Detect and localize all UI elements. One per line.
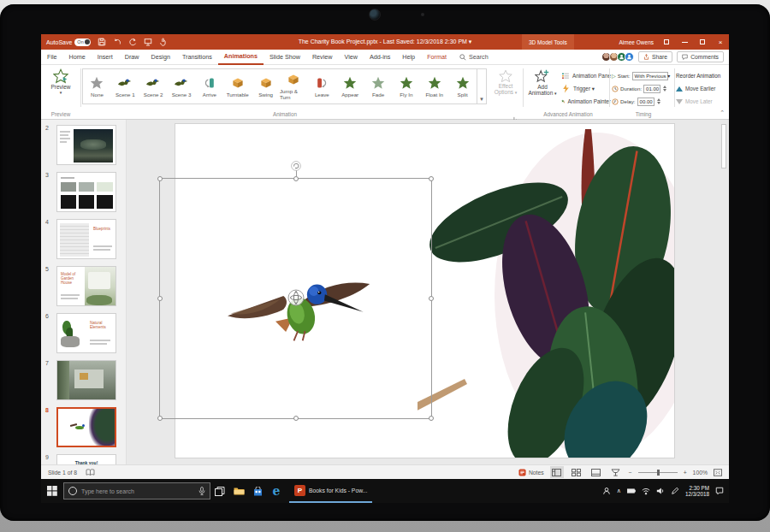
animation-float-in[interactable]: Float In: [420, 69, 448, 103]
animation-pane-button[interactable]: Animation Pane: [561, 70, 611, 81]
vertical-scrollbar[interactable]: [721, 124, 726, 458]
start-setting[interactable]: ▷Start: With Previous ▾: [612, 70, 675, 81]
animation-fade[interactable]: Fade: [364, 69, 393, 103]
reading-view-button[interactable]: [589, 466, 603, 478]
scrollbar-thumb[interactable]: [721, 124, 726, 168]
animation-swing[interactable]: Swing: [252, 69, 280, 103]
duration-setting[interactable]: Duration: 01.00: [612, 83, 675, 94]
animation-split[interactable]: Split: [448, 69, 477, 103]
duration-input[interactable]: 01.00: [643, 85, 660, 93]
thumbnail-preview[interactable]: Thank you!: [56, 454, 116, 464]
tab-help[interactable]: Help: [396, 50, 421, 65]
comments-button[interactable]: Comments: [677, 51, 724, 62]
collaborator-avatars[interactable]: [603, 52, 634, 62]
thumbnail-preview[interactable]: Natural Elements: [56, 313, 116, 353]
animation-painter-button[interactable]: Animation Painter: [561, 96, 611, 107]
animation-jump-turn[interactable]: Jump & Turn: [280, 69, 308, 103]
zoom-in-button[interactable]: +: [684, 470, 687, 476]
resize-handle[interactable]: [429, 416, 434, 421]
animation-arrive[interactable]: Arrive: [195, 69, 223, 103]
share-button[interactable]: Share: [638, 51, 672, 62]
collapse-ribbon-icon[interactable]: ⌃: [720, 109, 725, 116]
animation-dialog-launcher-icon[interactable]: [513, 110, 519, 116]
move-later-button[interactable]: Move Later: [676, 96, 727, 107]
edge-browser-icon[interactable]: e: [267, 479, 286, 503]
preview-button[interactable]: Preview ▾: [46, 68, 75, 95]
minimize-button[interactable]: [679, 37, 690, 47]
delay-input[interactable]: 00.00: [637, 98, 654, 106]
animation-none[interactable]: None: [83, 69, 111, 103]
slide-sorter-view-button[interactable]: [570, 466, 583, 478]
effect-options-button[interactable]: Effect Options ▾: [489, 69, 522, 96]
hidden-icons-chevron[interactable]: ∧: [617, 488, 621, 494]
animation-leave[interactable]: Leave: [308, 69, 336, 103]
avatar[interactable]: [625, 52, 634, 62]
start-button[interactable]: [41, 479, 63, 503]
tab-add-ins[interactable]: Add-ins: [364, 50, 396, 65]
action-center-icon[interactable]: [715, 487, 724, 495]
close-button[interactable]: ×: [715, 37, 726, 47]
touch-mouse-mode-icon[interactable]: [158, 38, 168, 47]
thumbnail-preview[interactable]: [56, 360, 116, 400]
thumbnail-preview[interactable]: [56, 125, 116, 165]
redo-icon[interactable]: [127, 38, 137, 47]
slide-thumbnail-9[interactable]: 9Thank you!: [56, 454, 116, 464]
file-explorer-icon[interactable]: [229, 479, 248, 503]
slide-thumbnail-6[interactable]: 6Natural Elements: [56, 313, 116, 353]
tab-animations[interactable]: Animations: [218, 50, 264, 65]
tab-view[interactable]: View: [339, 50, 364, 65]
animation-turntable[interactable]: Turntable: [223, 69, 252, 103]
resize-handle[interactable]: [429, 176, 434, 181]
3d-rotate-handle-icon[interactable]: [287, 289, 305, 306]
start-dropdown[interactable]: With Previous ▾: [632, 72, 668, 80]
tab-review[interactable]: Review: [306, 50, 339, 65]
notes-button[interactable]: Notes: [518, 469, 544, 476]
tab-format[interactable]: Format: [421, 50, 453, 65]
slide-thumbnail-7[interactable]: 7: [56, 360, 116, 400]
restore-button[interactable]: [697, 37, 708, 47]
zoom-slider[interactable]: [638, 472, 678, 473]
normal-view-button[interactable]: [550, 466, 564, 478]
slide-thumbnail-4[interactable]: 4Blueprints: [56, 219, 116, 259]
save-icon[interactable]: [97, 38, 106, 47]
move-earlier-button[interactable]: Move Earlier: [676, 83, 727, 94]
delay-spinner[interactable]: [657, 98, 660, 104]
tab-home[interactable]: Home: [63, 50, 92, 65]
mic-icon[interactable]: [198, 487, 205, 495]
accessibility-book-icon[interactable]: [86, 469, 95, 476]
thumbnail-preview[interactable]: Blueprints: [56, 219, 116, 259]
slide-thumbnail-2[interactable]: 2: [56, 125, 116, 165]
thumbnail-preview[interactable]: [56, 407, 116, 447]
tell-me-search[interactable]: Search: [459, 53, 489, 61]
resize-handle[interactable]: [293, 416, 299, 421]
microsoft-store-icon[interactable]: [248, 479, 267, 503]
ribbon-display-options-icon[interactable]: [661, 37, 672, 47]
rotate-handle-icon[interactable]: [291, 161, 301, 171]
slide-thumbnail-8[interactable]: 8: [56, 407, 116, 447]
tab-insert[interactable]: Insert: [92, 50, 119, 65]
add-animation-button[interactable]: Add Animation ▾: [525, 68, 560, 97]
gallery-more-button[interactable]: ▼: [477, 68, 487, 104]
taskbar-search-box[interactable]: Type here to search: [63, 482, 210, 499]
tab-draw[interactable]: Draw: [119, 50, 145, 65]
fit-slide-to-window-icon[interactable]: [714, 469, 722, 476]
tab-design[interactable]: Design: [145, 50, 176, 65]
duration-spinner[interactable]: [663, 86, 666, 92]
trigger-button[interactable]: Trigger ▾: [561, 83, 611, 94]
start-from-beginning-icon[interactable]: [143, 38, 152, 47]
battery-icon[interactable]: [627, 487, 636, 495]
resize-handle[interactable]: [157, 176, 163, 181]
tab-transitions[interactable]: Transitions: [176, 50, 218, 65]
task-view-icon[interactable]: [210, 479, 229, 503]
animation-appear[interactable]: Appear: [336, 69, 364, 103]
taskbar-clock[interactable]: 2:30 PM 12/3/2018: [685, 485, 709, 497]
thumbnail-preview[interactable]: [56, 172, 116, 212]
people-icon[interactable]: [602, 487, 611, 495]
slide-thumbnail-3[interactable]: 3: [56, 172, 116, 212]
undo-icon[interactable]: [112, 38, 121, 47]
slideshow-view-button[interactable]: [609, 466, 623, 478]
zoom-out-button[interactable]: −: [629, 470, 632, 476]
wifi-icon[interactable]: [642, 487, 650, 495]
zoom-slider-thumb[interactable]: [657, 470, 660, 476]
volume-icon[interactable]: [656, 487, 665, 495]
